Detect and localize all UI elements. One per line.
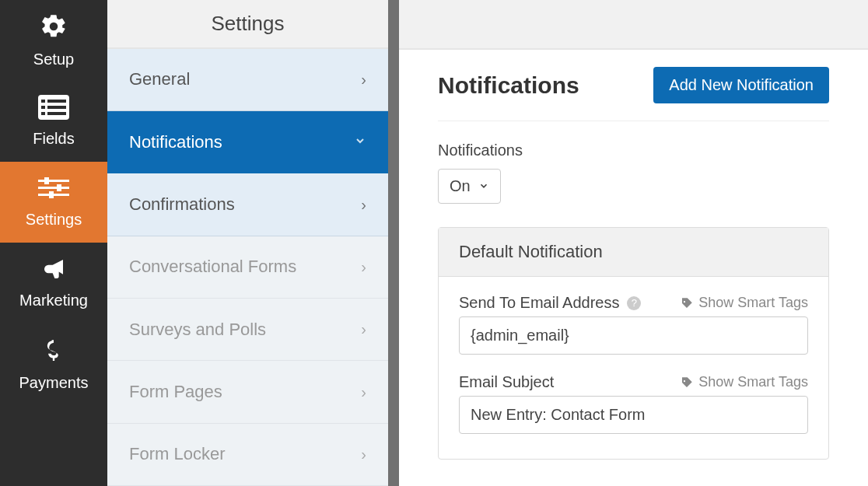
svg-rect-3	[41, 106, 45, 109]
chevron-right-icon: ›	[361, 320, 366, 338]
tag-icon	[680, 376, 694, 390]
svg-rect-5	[41, 112, 45, 115]
svg-rect-12	[49, 191, 54, 198]
svg-rect-1	[41, 100, 45, 103]
chevron-down-icon	[478, 177, 489, 195]
card-title: Default Notification	[439, 228, 828, 277]
rail-setup[interactable]: Setup	[0, 0, 107, 81]
rail-label: Payments	[19, 374, 89, 392]
dollar-icon	[43, 336, 65, 368]
notifications-toggle-label: Notifications	[438, 142, 829, 159]
rail-settings[interactable]: Settings	[0, 162, 107, 243]
subnav-form-pages[interactable]: Form Pages ›	[107, 361, 388, 423]
svg-rect-2	[47, 100, 66, 103]
subnav-label: Conversational Forms	[129, 257, 296, 277]
email-subject-input[interactable]	[459, 396, 808, 434]
rail-payments[interactable]: Payments	[0, 323, 107, 404]
main-topbar	[399, 0, 868, 50]
subnav-label: Confirmations	[129, 194, 235, 215]
list-icon	[38, 95, 69, 124]
subnav-label: Surveys and Polls	[129, 320, 266, 340]
subnav-label: Notifications	[129, 132, 222, 152]
chevron-right-icon: ›	[361, 196, 366, 214]
chevron-right-icon: ›	[361, 71, 366, 89]
show-smart-tags-link[interactable]: Show Smart Tags	[680, 374, 808, 390]
sliders-icon	[38, 176, 69, 205]
settings-subnav: Settings General › Notifications Confirm…	[107, 0, 399, 486]
send-to-input[interactable]	[459, 316, 808, 355]
subnav-form-locker[interactable]: Form Locker ›	[107, 424, 388, 486]
svg-rect-4	[47, 106, 66, 109]
svg-rect-8	[44, 177, 49, 184]
chevron-down-icon	[354, 133, 366, 151]
svg-rect-9	[38, 187, 69, 189]
chevron-right-icon: ›	[361, 383, 366, 401]
bullhorn-icon	[40, 257, 68, 285]
left-rail: Setup Fields Settings Marketing Payments	[0, 0, 107, 486]
tag-icon	[680, 296, 694, 310]
default-notification-card: Default Notification Send To Email Addre…	[438, 227, 829, 460]
main-panel: Notifications Add New Notification Notif…	[399, 0, 868, 486]
rail-label: Marketing	[19, 292, 88, 309]
subnav-confirmations[interactable]: Confirmations ›	[107, 173, 388, 236]
help-icon[interactable]: ?	[627, 296, 641, 310]
svg-rect-6	[47, 112, 66, 115]
rail-marketing[interactable]: Marketing	[0, 243, 107, 323]
send-to-label: Send To Email Address ?	[459, 294, 641, 312]
subnav-notifications[interactable]: Notifications	[107, 111, 388, 173]
notifications-toggle-select[interactable]: On	[438, 169, 501, 204]
chevron-right-icon: ›	[361, 446, 366, 463]
add-notification-button[interactable]: Add New Notification	[653, 67, 829, 103]
subnav-label: Form Locker	[129, 444, 225, 464]
subnav-conversational-forms[interactable]: Conversational Forms ›	[107, 236, 388, 299]
svg-rect-10	[57, 184, 61, 191]
toggle-value: On	[450, 177, 471, 195]
rail-label: Fields	[33, 130, 74, 148]
rail-label: Setup	[33, 51, 74, 68]
subnav-title: Settings	[107, 0, 388, 49]
subnav-label: Form Pages	[129, 382, 222, 402]
rail-label: Settings	[26, 211, 82, 229]
show-smart-tags-link[interactable]: Show Smart Tags	[680, 295, 808, 311]
chevron-right-icon: ›	[361, 258, 366, 276]
email-subject-label: Email Subject	[459, 373, 554, 391]
subnav-label: General	[129, 69, 190, 89]
page-title: Notifications	[438, 72, 579, 99]
subnav-surveys-polls[interactable]: Surveys and Polls ›	[107, 299, 388, 361]
gear-icon	[40, 12, 68, 44]
rail-fields[interactable]: Fields	[0, 81, 107, 162]
subnav-general[interactable]: General ›	[107, 49, 388, 111]
svg-rect-7	[38, 180, 69, 182]
